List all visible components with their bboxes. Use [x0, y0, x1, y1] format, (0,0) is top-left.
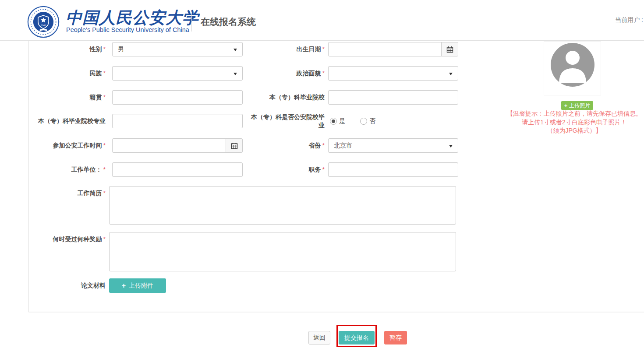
position-label: 职务* — [250, 162, 325, 177]
is-police-academy-label: 本（专）科是否公安院校毕业 — [250, 109, 325, 133]
ethnicity-label: 民族* — [29, 66, 106, 81]
calendar-icon — [231, 142, 238, 149]
radio-icon — [330, 118, 337, 125]
work-resume-textarea[interactable] — [109, 186, 456, 225]
university-name-en: People's Public Security University of C… — [66, 26, 189, 33]
tip-line: （须为JPG格式）】 — [504, 127, 644, 135]
chevron-down-icon — [234, 73, 237, 75]
awards-textarea[interactable] — [109, 232, 456, 271]
birth-date-input[interactable] — [329, 42, 441, 56]
chevron-down-icon — [449, 73, 453, 75]
birth-date-label: 出生日期* — [250, 42, 325, 56]
calendar-icon — [446, 46, 453, 53]
province-select[interactable]: 北京市 — [328, 138, 458, 153]
grad-major-input[interactable] — [112, 114, 243, 128]
upload-photo-button[interactable]: + 上传照片 — [561, 101, 593, 110]
header-divider — [191, 12, 192, 32]
police-work-time-label: 参加公安工作时间* — [29, 138, 106, 153]
province-label: 省份* — [250, 138, 325, 153]
university-name-cn: 中国人民公安大学 — [66, 7, 188, 29]
footer-actions: 返回 提交报名 暂存 — [0, 324, 644, 351]
work-resume-label: 工作简历* — [29, 186, 106, 200]
save-draft-button[interactable]: 暂存 — [384, 331, 407, 344]
university-seal-logo: 1948 — [27, 6, 60, 38]
position-input[interactable] — [328, 162, 458, 177]
svg-text:1948: 1948 — [41, 24, 46, 27]
police-work-time-calendar-button[interactable] — [226, 139, 242, 152]
current-user-label: 当前用户 : — [615, 16, 643, 24]
gender-select-value: 男 — [118, 46, 124, 53]
back-button[interactable]: 返回 — [308, 331, 330, 344]
police-work-time-group — [112, 138, 243, 153]
awards-label: 何时受过何种奖励* — [29, 232, 106, 246]
is-police-academy-radiogroup: 是 否 — [330, 114, 375, 128]
plus-icon: + — [564, 103, 568, 109]
tip-line: 请上传1寸或者2寸白底彩色电子照片！ — [504, 118, 644, 127]
grad-school-input[interactable] — [328, 90, 458, 105]
political-status-select[interactable] — [328, 66, 458, 81]
tip-line: 【温馨提示：上传照片之前，请先保存已填信息。 — [504, 109, 644, 118]
plus-icon: + — [122, 282, 126, 289]
work-unit-label: 工作单位：* — [29, 162, 106, 177]
avatar-icon — [551, 43, 594, 87]
photo-upload-tips: 【温馨提示：上传照片之前，请先保存已填信息。 请上传1寸或者2寸白底彩色电子照片… — [504, 109, 644, 135]
system-title: 在线报名系统 — [201, 16, 256, 28]
gender-label: 性别* — [29, 42, 106, 56]
chevron-down-icon — [234, 49, 237, 51]
province-select-value: 北京市 — [334, 142, 352, 150]
radio-icon — [360, 118, 367, 125]
birth-date-group — [328, 42, 458, 56]
thesis-label: 论文材料 — [29, 278, 106, 293]
upload-attachment-button[interactable]: + 上传附件 — [109, 278, 166, 293]
birth-date-calendar-button[interactable] — [441, 42, 458, 56]
native-place-input[interactable] — [112, 90, 243, 105]
gender-select[interactable]: 男 — [112, 42, 243, 56]
submit-button[interactable]: 提交报名 — [339, 331, 375, 344]
ethnicity-select[interactable] — [112, 66, 243, 81]
photo-placeholder — [544, 41, 601, 95]
grad-major-label: 本（专）科毕业院校专业 — [29, 114, 106, 128]
radio-option-yes[interactable]: 是 — [330, 117, 345, 125]
work-unit-input[interactable] — [112, 162, 243, 177]
native-place-label: 籍贯* — [29, 90, 106, 105]
app-header: 1948 中国人民公安大学 People's Public Security U… — [0, 0, 644, 41]
radio-option-no[interactable]: 否 — [360, 117, 375, 125]
registration-form-panel: 性别* 男 出生日期* 民族* 政治面貌* — [28, 41, 644, 312]
political-status-label: 政治面貌* — [250, 66, 325, 81]
grad-school-label: 本（专）科毕业院校 — [250, 90, 325, 105]
chevron-down-icon — [449, 145, 453, 148]
police-work-time-input[interactable] — [113, 139, 226, 152]
